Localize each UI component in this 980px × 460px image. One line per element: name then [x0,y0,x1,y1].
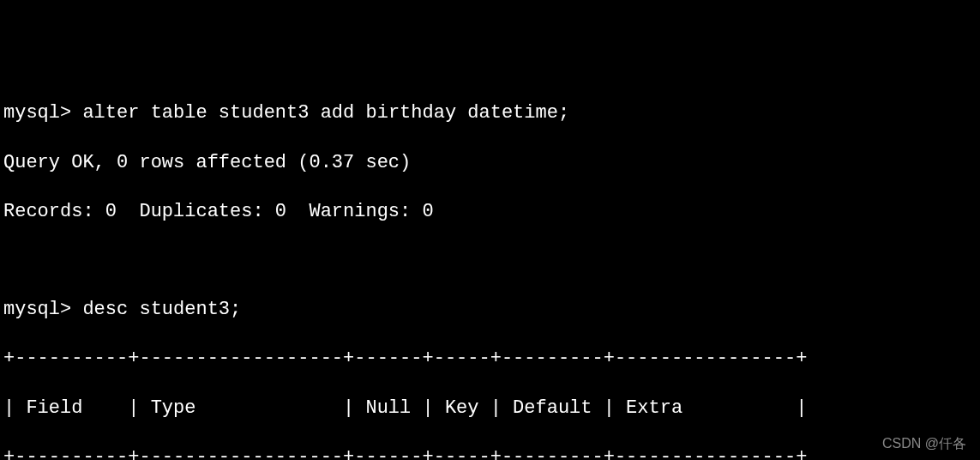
terminal-line: mysql> alter table student3 add birthday… [3,101,977,126]
table-border: +----------+------------------+------+--… [3,347,977,372]
command-input[interactable]: alter table student3 add birthday dateti… [82,102,569,124]
prompt: mysql> [3,299,71,320]
prompt: mysql> [3,102,71,124]
table-header-row: | Field | Type | Null | Key | Default | … [3,396,977,421]
watermark: CSDN @仟各 [882,435,966,453]
command-input[interactable]: desc student3; [82,299,241,320]
output-line: Query OK, 0 rows affected (0.37 sec) [3,151,977,176]
terminal-line: mysql> desc student3; [3,298,977,323]
blank-line [3,249,977,274]
output-line: Records: 0 Duplicates: 0 Warnings: 0 [3,200,977,225]
table-border: +----------+------------------+------+--… [3,445,977,460]
